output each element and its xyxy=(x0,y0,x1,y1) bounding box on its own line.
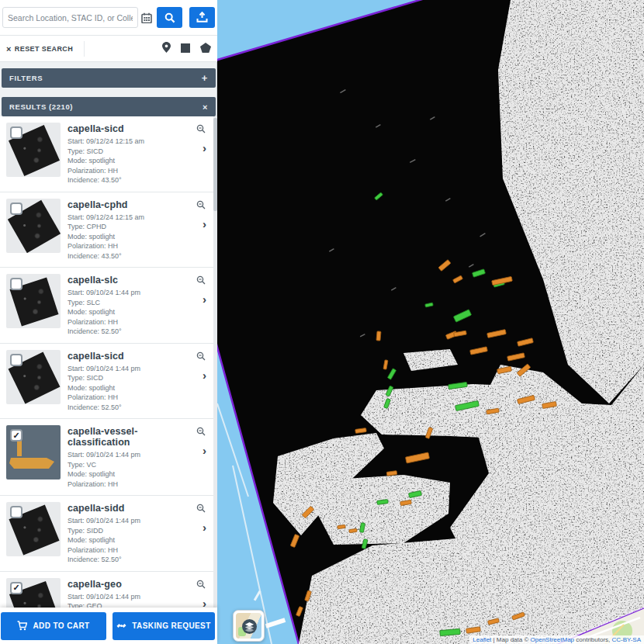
details-chevron[interactable]: › xyxy=(203,521,206,534)
result-start: Start: 09/10/24 1:44 pm xyxy=(68,592,185,602)
result-mode: Mode: spotlight xyxy=(68,535,185,545)
result-checkbox[interactable] xyxy=(10,126,23,139)
result-start: Start: 09/10/24 1:44 pm xyxy=(68,516,185,526)
results-header[interactable]: RESULTS (2210) × xyxy=(2,97,216,116)
attribution-tail: contributors, xyxy=(574,636,611,643)
filters-header[interactable]: FILTERS + xyxy=(2,68,216,88)
draw-point-icon[interactable] xyxy=(162,42,171,56)
result-item[interactable]: capella-sicd Start: 09/12/24 12:15 am Ty… xyxy=(0,116,213,192)
vessel-detection-box[interactable] xyxy=(338,525,345,528)
leaflet-link[interactable]: Leaflet xyxy=(473,636,491,643)
map-canvas[interactable]: Leaflet | Map data © OpenStreetMap contr… xyxy=(217,0,644,644)
tasking-request-label: TASKING REQUEST xyxy=(132,621,210,630)
result-item[interactable]: capella-cphd Start: 09/12/24 12:15 am Ty… xyxy=(0,192,213,268)
result-checkbox[interactable]: ✓ xyxy=(10,582,23,594)
expand-icon[interactable]: + xyxy=(202,72,208,84)
zoom-to-icon[interactable] xyxy=(196,199,206,213)
details-chevron[interactable]: › xyxy=(203,293,206,306)
result-thumbnail xyxy=(6,274,61,328)
zoom-to-icon[interactable] xyxy=(196,578,206,592)
reset-search-bar: × RESET SEARCH xyxy=(0,36,217,62)
upload-icon xyxy=(196,12,208,23)
details-chevron[interactable]: › xyxy=(203,369,206,382)
details-chevron[interactable]: › xyxy=(203,217,206,230)
result-checkbox[interactable] xyxy=(10,203,23,215)
search-input[interactable] xyxy=(2,7,138,28)
result-start: Start: 09/10/24 1:44 pm xyxy=(68,288,185,298)
result-type: Type: SICD xyxy=(68,373,185,383)
result-item[interactable]: ✓ capella-vessel-classification Start: 0… xyxy=(0,419,213,496)
result-polarization: Polarization: HH xyxy=(68,545,185,556)
result-polarization: Polarization: HH xyxy=(68,393,185,403)
map-attribution: Leaflet | Map data © OpenStreetMap contr… xyxy=(469,635,644,644)
layers-control-button[interactable] xyxy=(233,610,265,642)
result-incidence: Incidence: 52.50° xyxy=(68,327,185,337)
draw-polygon-icon[interactable] xyxy=(200,42,211,56)
result-mode: Mode: spotlight xyxy=(68,156,185,166)
filters-label: FILTERS xyxy=(9,74,43,82)
result-title: capella-slc xyxy=(68,275,185,286)
result-polarization: Polarization: HH xyxy=(68,166,185,176)
vessel-detection-box[interactable] xyxy=(376,331,381,341)
result-thumbnail-vessel: ✓ xyxy=(6,425,61,480)
results-label: RESULTS (2210) xyxy=(9,102,73,111)
close-icon: × xyxy=(6,45,12,53)
result-item[interactable]: capella-sicd Start: 09/10/24 1:44 pm Typ… xyxy=(0,344,213,420)
result-mode: Mode: spotlight xyxy=(68,232,185,242)
result-type: Type: GEO xyxy=(68,601,185,608)
result-mode: Mode: spotlight xyxy=(68,469,185,480)
draw-rectangle-icon[interactable] xyxy=(181,42,190,56)
vessel-detection-box[interactable] xyxy=(349,528,357,532)
search-button[interactable] xyxy=(157,7,182,28)
result-item[interactable]: ✓ capella-geo Start: 09/10/24 1:44 pm Ty… xyxy=(0,572,213,608)
search-icon xyxy=(164,12,175,23)
result-polarization: Polarization: HH xyxy=(68,241,185,251)
zoom-to-icon[interactable] xyxy=(196,350,206,364)
result-type: Type: VC xyxy=(68,460,185,470)
result-title: capella-sicd xyxy=(68,351,185,362)
result-polarization: Polarization: HH xyxy=(68,317,185,327)
cart-icon xyxy=(17,621,27,631)
result-title: capella-sidd xyxy=(68,503,185,514)
result-type: Type: SICD xyxy=(68,147,185,157)
details-chevron[interactable]: › xyxy=(203,141,206,154)
details-chevron[interactable]: › xyxy=(203,444,206,457)
console-app: Leaflet | Map data © OpenStreetMap contr… xyxy=(0,0,644,644)
reset-search-button[interactable]: × RESET SEARCH xyxy=(6,41,85,57)
result-checkbox[interactable] xyxy=(10,278,23,290)
result-mode: Mode: spotlight xyxy=(68,307,185,317)
calendar-icon[interactable] xyxy=(138,7,155,28)
zoom-to-icon[interactable] xyxy=(196,502,206,516)
result-type: Type: SLC xyxy=(68,298,185,308)
details-chevron[interactable]: › xyxy=(203,597,206,608)
sidebar: × RESET SEARCH FILTERS + RESULTS (2210) … xyxy=(0,0,217,644)
zoom-to-icon[interactable] xyxy=(196,274,206,288)
license-link[interactable]: CC-BY-SA xyxy=(612,636,642,643)
result-checkbox[interactable] xyxy=(10,354,23,366)
result-title: capella-vessel-classification xyxy=(68,426,185,448)
zoom-to-icon[interactable] xyxy=(196,123,206,137)
results-list[interactable]: capella-sicd Start: 09/12/24 12:15 am Ty… xyxy=(0,116,217,608)
result-checkbox[interactable] xyxy=(10,506,23,518)
result-title: capella-geo xyxy=(68,579,185,590)
result-thumbnail: ✓ xyxy=(6,578,61,608)
close-results-icon[interactable]: × xyxy=(203,102,208,112)
attribution-text: | Map data © xyxy=(491,636,530,643)
result-item[interactable]: capella-slc Start: 09/10/24 1:44 pm Type… xyxy=(0,268,213,344)
layers-icon xyxy=(242,619,257,634)
add-to-cart-button[interactable]: ADD TO CART xyxy=(1,612,106,640)
result-checkbox[interactable]: ✓ xyxy=(10,429,23,441)
upload-button[interactable] xyxy=(189,7,215,28)
result-item[interactable]: capella-sidd Start: 09/10/24 1:44 pm Typ… xyxy=(0,496,213,572)
result-polarization: Polarization: HH xyxy=(68,480,185,490)
result-start: Start: 09/12/24 12:15 am xyxy=(68,213,185,223)
zoom-to-icon[interactable] xyxy=(196,425,206,439)
tasking-icon xyxy=(116,621,126,631)
result-title: capella-sicd xyxy=(68,123,185,134)
results-scrollbar[interactable] xyxy=(213,116,217,608)
osm-link[interactable]: OpenStreetMap xyxy=(531,636,574,643)
tasking-request-button[interactable]: TASKING REQUEST xyxy=(113,612,215,640)
result-thumbnail xyxy=(6,123,61,177)
reset-search-label: RESET SEARCH xyxy=(15,45,73,53)
result-incidence: Incidence: 52.50° xyxy=(68,555,185,565)
